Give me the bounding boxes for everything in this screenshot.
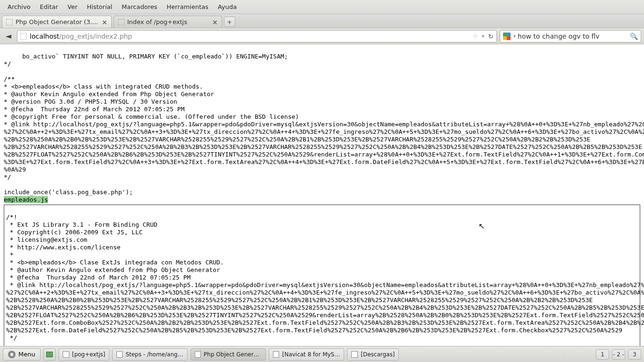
menu-ayuda[interactable]: Ayuda [213,1,241,12]
close-icon[interactable]: × [102,18,107,26]
page-content[interactable]: bo_activo` TINYINT NOT NULL, PRIMARY KEY… [0,44,644,346]
code-line: * @fecha Thursday 22nd of March 2012 07:… [6,274,190,281]
code-line: %2B%2527FLOAT%2527%252C%250A%2B%2B6%2B%2… [4,151,644,158]
search-query: how to change ogv to flv [518,33,630,40]
code-line: * @author Kevin Angulo extended from Php… [6,266,220,273]
app-icon [195,351,201,358]
code-line: * licensing@extjs.com [6,236,87,243]
tab-label: Index of /pog+extjs [127,18,208,25]
code-line: %27%2C%0A++2+%3D%3E+%27tx_email%27%2C%0A… [4,128,644,135]
workspace-3[interactable]: 3 [628,349,641,360]
code-line: * @link http://localhost/pog_extjs/?lang… [6,281,644,288]
search-icon[interactable]: 🔍 [630,33,638,40]
reload-icon[interactable]: ↻ [488,33,494,40]
code-line: %2B%2527Ext.form.DateField%2527%252C%250… [6,327,622,334]
code-line: * @version POG 3.0d / PHP5.1 MYSQL / 30 … [4,98,177,105]
menu-historial[interactable]: Historial [82,1,117,12]
code-line: * @link http://localhost/pog_extjs/?lang… [4,121,644,128]
code-line: * @author Kevin Angulo extended from Php… [4,90,214,98]
code-line: * http://www.extjs.com/license [6,244,121,251]
menu-marcadores[interactable]: Marcadores [117,1,162,12]
task-php-object-generator[interactable]: Php Object Generato... [190,348,266,361]
code-line: %27%2C%0A++2+%3D%3E+%27tx_email%27%2C%0A… [6,289,644,296]
site-icon [20,33,27,40]
code-line: %3D%3E+%27Ext.form.TextField%27%2C%0A++3… [4,158,644,165]
code-line: %2B%2527Ext.form.ComboBox%2527%252C%250A… [6,319,644,326]
mint-logo-icon [8,351,16,358]
code-line: */ [4,60,11,67]
code-line: %2B%2528%250A%2B%2B0%2B%253D%253E%2B%252… [4,136,590,143]
search-engine-dropdown-icon[interactable]: ▾ [513,33,516,39]
code-line: * Ext JS Library 3.1 - Form Binding CRUD [6,221,157,228]
tab-index[interactable]: Index of /pog+extjs × [114,16,222,28]
code-line: include_once('class.pog_base.php'); [4,189,133,196]
start-menu-label: Menu [18,351,35,358]
url-text: localhost/pog_extjs/index2.php [30,33,471,40]
code-line: %2B%2527FLOAT%2527%252C%250A%2B%2B6%2B%2… [6,312,644,319]
code-line: * [6,251,14,258]
app-menubar: Archivo Editar Ver Historial Marcadores … [0,0,644,14]
code-line: * @copyright Free for personal & commerc… [4,113,299,120]
app-icon [63,351,69,358]
menu-ver[interactable]: Ver [63,1,82,12]
dropdown-icon[interactable]: ▾ [482,33,484,39]
tab-strip: Php Object Generator (3.... × Index of /… [0,14,644,28]
code-line: %2B%2528%250A%2B%2B0%2B%253D%253E%2B%252… [6,296,593,304]
favicon-icon [118,19,124,25]
google-icon [503,33,511,40]
workspace-2[interactable]: - 2 - [612,349,625,360]
app-icon [273,351,279,358]
workspace-1[interactable]: 1 [596,349,609,360]
task-navicat[interactable]: [Navicat 8 for MySQL] [269,348,344,361]
new-tab-button[interactable]: + [224,16,235,27]
app-icon [116,351,123,358]
code-line: * Copyright(c) 2006-2009 Ext JS, LLC [6,229,143,236]
url-bar[interactable]: localhost/pog_extjs/index2.php ☆ ▾ ↻ [17,30,497,42]
code-line: %0A%29 [4,166,26,173]
menu-archivo[interactable]: Archivo [3,1,35,12]
bookmark-star-icon[interactable]: ☆ [473,33,479,40]
start-menu-button[interactable]: Menu [3,348,41,361]
close-icon[interactable]: × [212,18,218,26]
code-line: */ [4,173,11,181]
code-line: * <b>empleados</b> class with integrated… [4,83,203,90]
code-line: bo_activo` TINYINT NOT NULL, PRIMARY KEY… [4,53,288,60]
desktop-icon [46,352,53,357]
code-line: */ [6,334,17,341]
back-button[interactable]: ◄ [3,31,14,42]
code-line: * <b>empleados</b> Clase ExtJs integrada… [6,259,224,266]
menu-herramientas[interactable]: Herramientas [162,1,214,12]
taskbar: Menu [pog+extjs] Steps - /home/angul... … [0,346,644,362]
app-icon [351,351,358,358]
task-pog-extjs[interactable]: [pog+extjs] [58,348,110,361]
code-line: * @fecha Thursday 22nd of March 2012 07:… [4,106,185,113]
code-line: /*! [6,214,17,221]
task-descargas[interactable]: [Descargas] [347,348,399,361]
task-steps[interactable]: Steps - /home/angul... [112,348,188,361]
code-block: /*! * Ext JS Library 3.1 - Form Binding … [4,205,640,346]
tab-pog[interactable]: Php Object Generator (3.... × [2,16,112,28]
selected-filename: empleados.js [4,196,48,203]
search-box[interactable]: ▾ how to change ogv to flv 🔍 [500,30,641,42]
favicon-icon [6,19,13,25]
code-line: %2B%2527VARCHAR%2528255%2529%2527%252C%2… [6,304,644,311]
code-line: /** [4,75,15,82]
code-line: %2B%2527VARCHAR%2528255%2529%2527%252C%2… [4,143,642,150]
tab-label: Php Object Generator (3.... [16,18,98,25]
show-desktop-button[interactable] [43,348,56,361]
menu-editar[interactable]: Editar [35,1,63,12]
toolbar: ◄ localhost/pog_extjs/index2.php ☆ ▾ ↻ ▾… [0,28,644,44]
